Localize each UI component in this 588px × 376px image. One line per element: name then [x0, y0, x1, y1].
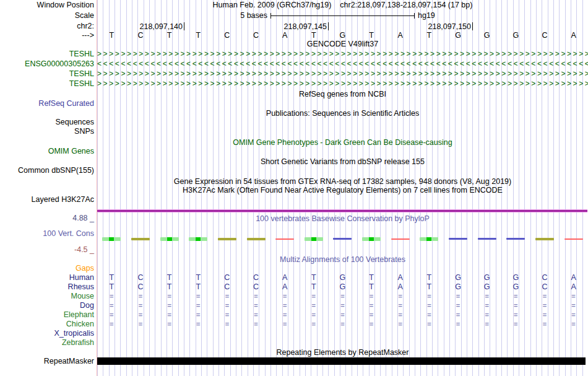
track-title-gencode[interactable]: GENCODE V49lift37 — [97, 40, 588, 49]
track-label-100-vert-cons[interactable]: 100 Vert. Cons — [0, 229, 94, 238]
track-title-omim[interactable]: OMIM Gene Phenotypes - Dark Green Can Be… — [97, 138, 588, 147]
alignment-gap-mark: = — [97, 301, 126, 310]
window-position-label: Window Position — [0, 1, 94, 10]
track-title-h3k27ac[interactable]: H3K27Ac Mark (Often Found Near Active Re… — [97, 186, 588, 195]
conservation-max-value: 4.88 _ — [0, 214, 94, 223]
track-title-conservation[interactable]: 100 vertebrates Basewise Conservation by… — [97, 214, 588, 224]
phylop-mark — [97, 236, 126, 242]
gene-strand-arrows[interactable]: >>>>>>>>>>>>>>>>>>>>>>>>>>>>>>>>>>>>>>>>… — [97, 69, 588, 79]
species-label-rhesus[interactable]: Rhesus — [0, 282, 94, 292]
species-label-elephant[interactable]: Elephant — [0, 310, 94, 320]
gene-strand-arrows[interactable]: >>>>>>>>>>>>>>>>>>>>>>>>>>>>>>>>>>>>>>>>… — [97, 79, 588, 89]
alignment-base: A — [559, 273, 588, 282]
gene-label[interactable]: TESHL — [0, 50, 94, 59]
alignment-base: T — [97, 282, 126, 292]
alignment-gap-mark: = — [530, 301, 560, 310]
species-label-x-tropicalis[interactable]: X_tropicalis — [0, 329, 94, 338]
gene-row[interactable]: TESHL >>>>>>>>>>>>>>>>>>>>>>>>>>>>>>>>>>… — [0, 50, 588, 59]
gene-label[interactable]: TESHL — [0, 69, 94, 79]
track-title-refseq[interactable]: RefSeq genes from NCBI — [97, 90, 588, 99]
phylop-wiggle[interactable] — [97, 236, 588, 242]
track-title-gtex[interactable]: Gene Expression in 54 tissues from GTEx … — [97, 177, 588, 186]
track-title-multiz[interactable]: Multiz Alignments of 100 Vertebrates — [97, 255, 588, 265]
base-letter: C — [213, 31, 242, 40]
base-letter: T — [299, 31, 328, 40]
alignment-gap-mark: = — [530, 310, 560, 320]
alignment-gap-mark: = — [184, 320, 213, 329]
alignment-base: T — [97, 273, 126, 282]
alignment-base: T — [415, 273, 444, 282]
track-label-common-dbsnp[interactable]: Common dbSNP(155) — [0, 166, 94, 175]
alignment-gap-mark: = — [530, 292, 560, 301]
alignment-row-rhesus[interactable]: Rhesus TCTTCCATGTATGGGCA — [0, 282, 588, 292]
species-label-mouse[interactable]: Mouse — [0, 292, 94, 301]
repeatmasker-element-bar[interactable] — [97, 357, 586, 365]
base-letter: C — [530, 31, 560, 40]
alignment-gap-mark: = — [213, 292, 242, 301]
track-label-repeatmasker[interactable]: RepeatMasker — [0, 357, 94, 366]
base-letter: T — [357, 31, 386, 40]
track-title-publications[interactable]: Publications: Sequences in Scientific Ar… — [97, 109, 588, 118]
alignment-gap-mark: = — [184, 292, 213, 301]
phylop-mark — [328, 236, 357, 242]
alignment-gap-mark: = — [270, 310, 300, 320]
alignment-row-human[interactable]: Human TCTTCCATGTATGGGCA — [0, 273, 588, 282]
gtex-dense-bar[interactable] — [97, 209, 587, 212]
alignment-base: T — [357, 273, 386, 282]
phylop-mark — [501, 236, 530, 242]
alignment-gap-mark: = — [559, 292, 588, 301]
assembly-short-label: hg19 — [418, 11, 435, 20]
alignment-gap-mark: = — [126, 320, 155, 329]
track-label-omim-genes[interactable]: OMIM Genes — [0, 147, 94, 156]
alignment-base: A — [270, 273, 300, 282]
alignment-gap-mark: = — [357, 320, 386, 329]
track-label-layered-h3k27ac[interactable]: Layered H3K27Ac — [0, 195, 94, 204]
base-letter: T — [415, 31, 444, 40]
alignment-base: A — [386, 282, 415, 292]
alignment-gap-mark: = — [415, 301, 444, 310]
phylop-mark — [559, 236, 588, 242]
alignment-base: G — [501, 282, 530, 292]
alignment-base: G — [472, 273, 501, 282]
assembly-title: Human Feb. 2009 (GRCh37/hg19) — [213, 1, 332, 10]
gene-strand-arrows[interactable]: <<<<<<<<<<<<<<<<<<<<<<<<<<<<<<<<<<<<<<<<… — [97, 59, 588, 69]
alignment-row-dog[interactable]: Dog ================= — [0, 301, 588, 310]
track-label-refseq-curated[interactable]: RefSeq Curated — [0, 99, 94, 108]
alignment-gap-mark: = — [386, 320, 415, 329]
track-label-sequences[interactable]: Sequences — [0, 118, 94, 127]
gene-label[interactable]: ENSG00000305263 — [0, 59, 94, 69]
alignment-gap-mark: = — [501, 292, 530, 301]
alignment-gap-mark: = — [126, 310, 155, 320]
alignment-gap-mark: = — [155, 320, 184, 329]
species-label-gaps[interactable]: Gaps — [0, 264, 94, 273]
gene-row[interactable]: TESHL >>>>>>>>>>>>>>>>>>>>>>>>>>>>>>>>>>… — [0, 79, 588, 89]
alignment-gap-mark: = — [155, 310, 184, 320]
alignment-gap-mark: = — [155, 301, 184, 310]
alignment-gap-mark: = — [472, 320, 501, 329]
alignment-row-mouse[interactable]: Mouse ================= — [0, 292, 588, 301]
gene-label[interactable]: TESHL — [0, 79, 94, 89]
alignment-gap-mark: = — [444, 320, 473, 329]
gene-strand-arrows[interactable]: >>>>>>>>>>>>>>>>>>>>>>>>>>>>>>>>>>>>>>>>… — [97, 50, 588, 59]
alignment-gap-mark: = — [126, 292, 155, 301]
gene-row[interactable]: ENSG00000305263 <<<<<<<<<<<<<<<<<<<<<<<<… — [0, 59, 588, 69]
species-label-human[interactable]: Human — [0, 273, 94, 282]
alignment-gap-mark: = — [270, 320, 300, 329]
species-label-dog[interactable]: Dog — [0, 301, 94, 310]
alignment-row-chicken[interactable]: Chicken ================= — [0, 320, 588, 329]
phylop-mark — [126, 236, 155, 242]
base-letter: A — [386, 31, 415, 40]
position-range: chr2:218,097,138-218,097,154 (17 bp) — [340, 1, 472, 10]
track-title-dbsnp[interactable]: Short Genetic Variants from dbSNP releas… — [97, 157, 588, 167]
alignment-gap-mark: = — [386, 301, 415, 310]
species-label-zebrafish[interactable]: Zebrafish — [0, 338, 94, 348]
track-title-repeatmasker[interactable]: Repeating Elements by RepeatMasker — [97, 348, 588, 357]
gene-row[interactable]: TESHL >>>>>>>>>>>>>>>>>>>>>>>>>>>>>>>>>>… — [0, 69, 588, 79]
alignment-base: C — [126, 282, 155, 292]
species-label-chicken[interactable]: Chicken — [0, 320, 94, 329]
alignment-base: C — [213, 273, 242, 282]
alignment-gap-mark: = — [270, 301, 300, 310]
track-label-snps[interactable]: SNPs — [0, 127, 94, 136]
alignment-row-elephant[interactable]: Elephant ================= — [0, 310, 588, 320]
alignment-gap-mark: = — [357, 301, 386, 310]
